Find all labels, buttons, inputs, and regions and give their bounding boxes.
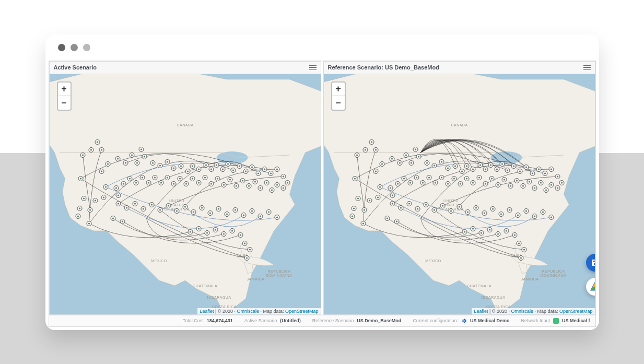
svg-point-397 — [450, 210, 451, 212]
svg-point-433 — [505, 230, 507, 231]
svg-point-213 — [243, 242, 245, 244]
osm-link[interactable]: OpenStreetMap — [285, 309, 319, 314]
traffic-dot-minimize-icon[interactable] — [71, 44, 78, 51]
panel-header-reference: Reference Scenario: US Demo_BaseMod — [324, 62, 595, 74]
svg-point-239 — [356, 154, 357, 156]
svg-point-359 — [465, 178, 467, 179]
svg-point-133 — [197, 182, 199, 183]
svg-text:DOMINICANA: DOMINICANA — [266, 274, 292, 277]
sheet-icon — [553, 318, 559, 324]
svg-point-63 — [166, 161, 168, 162]
svg-point-37 — [102, 196, 104, 198]
svg-point-299 — [479, 164, 481, 166]
svg-point-283 — [426, 162, 427, 163]
attr-mid: · Map data: — [259, 309, 285, 314]
svg-point-179 — [201, 207, 202, 208]
zoom-in-button[interactable]: + — [58, 83, 71, 96]
leaflet-link[interactable]: Leaflet — [474, 309, 488, 314]
svg-point-345 — [509, 185, 511, 186]
svg-point-23 — [100, 149, 102, 150]
panel-header-active: Active Scenario — [50, 62, 321, 74]
svg-point-241 — [354, 178, 355, 179]
svg-point-407 — [491, 208, 493, 209]
svg-point-387 — [408, 203, 409, 204]
svg-point-311 — [512, 165, 514, 167]
traffic-dot-close-icon[interactable] — [58, 44, 65, 51]
omniscale-link[interactable]: Omniscale — [511, 309, 533, 314]
svg-point-271 — [381, 163, 382, 165]
maps-row: Active Scenario UNITEDSTATESOF AMERICACA… — [49, 61, 595, 315]
status-total-cost-value: 184,674,431 — [207, 318, 233, 323]
svg-point-339 — [528, 181, 530, 182]
svg-point-341 — [522, 185, 523, 186]
svg-point-349 — [497, 184, 498, 185]
svg-point-373 — [421, 182, 423, 183]
svg-point-411 — [508, 209, 510, 210]
map-viewport-reference[interactable]: UNITEDSTATESOF AMERICACANADAMEXICOCUBAJA… — [324, 74, 595, 314]
svg-point-119 — [241, 180, 243, 181]
svg-point-413 — [517, 214, 518, 216]
svg-point-219 — [140, 148, 142, 150]
svg-point-135 — [191, 178, 193, 179]
svg-point-107 — [276, 184, 277, 185]
svg-point-291 — [454, 165, 455, 167]
svg-point-393 — [433, 209, 435, 210]
svg-point-155 — [128, 178, 130, 179]
svg-point-53 — [131, 154, 132, 156]
svg-point-309 — [506, 169, 508, 171]
svg-point-263 — [379, 186, 380, 187]
app-logo-button[interactable] — [586, 278, 595, 296]
svg-point-269 — [374, 170, 376, 172]
svg-point-351 — [490, 178, 492, 179]
svg-point-113 — [259, 187, 261, 189]
svg-point-77 — [210, 168, 212, 170]
zoom-out-button[interactable]: – — [332, 96, 345, 110]
status-config-value[interactable]: US Medical Demo — [470, 318, 510, 323]
svg-point-51 — [124, 162, 126, 163]
svg-text:STATES: STATES — [169, 203, 184, 207]
panel-title-active: Active Scenario — [54, 64, 97, 71]
svg-point-385 — [400, 207, 401, 208]
panel-menu-icon[interactable] — [309, 65, 317, 70]
svg-point-285 — [433, 165, 435, 166]
svg-point-317 — [531, 172, 533, 174]
map-viewport-active[interactable]: UNITEDSTATESOF AMERICACANADAMEXICOCUBAJA… — [50, 74, 321, 314]
osm-link[interactable]: OpenStreetMap — [559, 309, 593, 314]
svg-point-245 — [370, 141, 372, 143]
leaflet-link[interactable]: Leaflet — [200, 309, 214, 314]
svg-point-377 — [409, 182, 411, 183]
zoom-out-button[interactable]: – — [58, 96, 71, 110]
svg-point-103 — [286, 182, 288, 183]
traffic-dot-maximize-icon[interactable] — [83, 44, 90, 51]
svg-point-253 — [351, 215, 353, 217]
svg-point-223 — [121, 220, 123, 222]
omniscale-link[interactable]: Omniscale — [237, 309, 259, 314]
svg-point-151 — [141, 177, 143, 178]
svg-text:REPUBLICA: REPUBLICA — [267, 269, 290, 273]
svg-point-369 — [434, 182, 436, 183]
svg-point-95 — [263, 168, 265, 170]
save-button[interactable] — [586, 254, 595, 272]
svg-point-335 — [540, 182, 541, 183]
svg-point-415 — [525, 210, 526, 212]
map-panel-reference: Reference Scenario: US Demo_BaseMod UNIT… — [323, 61, 595, 315]
svg-point-343 — [516, 180, 517, 181]
svg-point-129 — [210, 183, 212, 184]
svg-point-329 — [556, 187, 558, 189]
svg-point-141 — [172, 183, 174, 184]
zoom-controls-reference: + – — [331, 81, 346, 111]
zoom-in-button[interactable]: + — [332, 83, 345, 96]
svg-point-267 — [391, 194, 393, 196]
svg-point-215 — [249, 249, 250, 250]
svg-point-293 — [461, 170, 462, 172]
svg-point-257 — [362, 222, 364, 224]
svg-point-307 — [501, 163, 502, 165]
status-reference-label: Reference Scenario — [312, 318, 354, 323]
svg-point-395 — [441, 205, 443, 206]
status-network-value[interactable]: US Medical f — [562, 318, 590, 323]
svg-point-209 — [231, 230, 232, 231]
svg-point-421 — [550, 216, 552, 218]
svg-point-171 — [167, 205, 169, 206]
svg-point-15 — [81, 154, 83, 156]
panel-menu-icon[interactable] — [583, 65, 591, 70]
